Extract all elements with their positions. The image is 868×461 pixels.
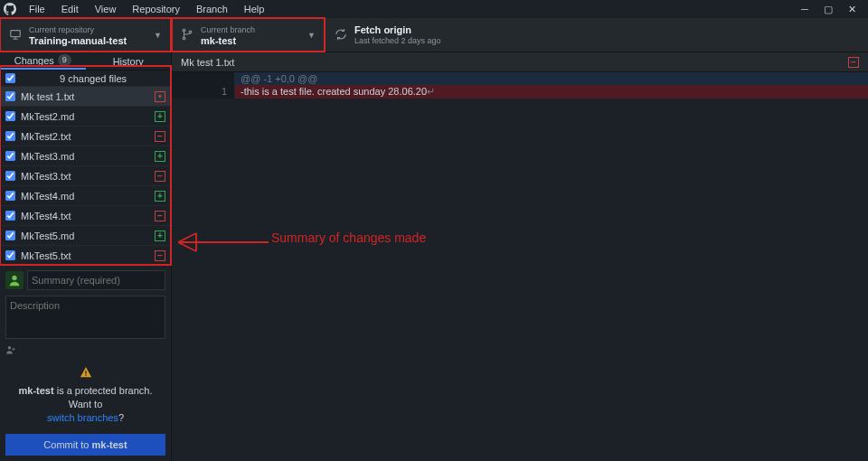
- file-name: MkTest2.md: [21, 111, 149, 122]
- close-icon[interactable]: ✕: [846, 4, 857, 14]
- svg-rect-6: [85, 371, 86, 374]
- file-name: MkTest3.md: [21, 151, 149, 162]
- protected-branch-warning: mk-test is a protected branch. Want to s…: [5, 362, 165, 428]
- select-all-checkbox[interactable]: [5, 73, 15, 83]
- file-status-icon: −: [848, 57, 859, 68]
- fetch-label: Fetch origin: [354, 24, 441, 35]
- file-status-icon: +: [155, 230, 165, 241]
- svg-rect-7: [85, 375, 86, 376]
- tab-history[interactable]: History: [86, 52, 172, 70]
- file-status-icon: +: [155, 191, 165, 202]
- changes-count-badge: 9: [58, 54, 71, 66]
- select-all-row[interactable]: 9 changed files: [0, 71, 171, 86]
- computer-icon: [9, 28, 22, 42]
- branch-icon: [181, 28, 193, 42]
- svg-point-1: [183, 29, 185, 32]
- svg-point-5: [8, 346, 11, 349]
- diff-panel: Mk test 1.txt − @@ -1 +0,0 @@ 1 -this is…: [172, 52, 868, 461]
- file-name: MkTest5.txt: [21, 250, 149, 261]
- chevron-down-icon: ▼: [289, 31, 316, 40]
- file-row[interactable]: MkTest2.txt−: [0, 126, 171, 146]
- branch-selector[interactable]: Current branch mk-test ▼: [172, 18, 326, 52]
- menu-repository[interactable]: Repository: [125, 2, 187, 16]
- file-checkbox[interactable]: [5, 191, 15, 201]
- commit-panel: mk-test is a protected branch. Want to s…: [0, 265, 171, 461]
- repo-selector-label: Current repository: [29, 24, 127, 35]
- description-input[interactable]: [5, 296, 165, 339]
- fetch-button[interactable]: Fetch origin Last fetched 2 days ago: [326, 18, 868, 52]
- file-row[interactable]: MkTest4.txt−: [0, 205, 171, 225]
- file-checkbox[interactable]: [5, 211, 15, 221]
- file-checkbox[interactable]: [5, 91, 15, 101]
- branch-selector-label: Current branch: [201, 24, 255, 35]
- branch-selector-value: mk-test: [201, 35, 255, 46]
- file-tab-label: Mk test 1.txt: [181, 57, 234, 68]
- file-row[interactable]: MkTest3.txt−: [0, 165, 171, 185]
- changed-files-label: 9 changed files: [21, 73, 165, 84]
- file-row[interactable]: MkTest5.txt−: [0, 245, 171, 265]
- file-status-icon: •: [155, 91, 165, 102]
- diff-hunk-header: @@ -1 +0,0 @@: [235, 72, 868, 85]
- repo-selector[interactable]: Current repository Training-manual-test …: [0, 18, 172, 52]
- file-status-icon: +: [155, 151, 165, 162]
- file-row[interactable]: MkTest4.md+: [0, 185, 171, 205]
- maximize-icon[interactable]: ▢: [823, 4, 834, 14]
- switch-branches-link[interactable]: switch branches: [47, 412, 118, 423]
- header: Current repository Training-manual-test …: [0, 18, 868, 52]
- file-status-icon: −: [155, 171, 165, 182]
- file-name: MkTest4.txt: [21, 211, 149, 221]
- file-checkbox[interactable]: [5, 171, 15, 181]
- avatar: [5, 271, 24, 289]
- file-checkbox[interactable]: [5, 111, 15, 121]
- sidebar: Changes 9 History 9 changed files Mk tes…: [0, 52, 172, 461]
- summary-input[interactable]: [27, 270, 165, 290]
- file-status-icon: −: [155, 250, 165, 261]
- file-row[interactable]: MkTest5.md+: [0, 225, 171, 245]
- coauthor-button[interactable]: [5, 344, 165, 357]
- file-status-icon: +: [155, 111, 165, 122]
- file-row[interactable]: MkTest2.md+: [0, 106, 171, 126]
- diff-line-number: 1: [172, 85, 235, 99]
- file-name: MkTest2.txt: [21, 131, 149, 142]
- menu-branch[interactable]: Branch: [189, 2, 235, 16]
- file-list: Mk test 1.txt•MkTest2.md+MkTest2.txt−MkT…: [0, 86, 171, 265]
- menubar: File Edit View Repository Branch Help ─ …: [0, 0, 868, 18]
- menu-view[interactable]: View: [88, 2, 124, 16]
- file-name: MkTest5.md: [21, 230, 149, 241]
- sync-icon: [335, 28, 347, 42]
- tab-changes[interactable]: Changes 9: [0, 52, 86, 70]
- file-checkbox[interactable]: [5, 151, 15, 161]
- diff-removed-line[interactable]: -this is a test file. created sunday 28.…: [235, 85, 868, 99]
- chevron-down-icon: ▼: [136, 31, 162, 40]
- file-checkbox[interactable]: [5, 131, 15, 141]
- menu-edit[interactable]: Edit: [54, 2, 86, 16]
- file-name: Mk test 1.txt: [21, 91, 149, 102]
- fetch-sub: Last fetched 2 days ago: [354, 35, 441, 46]
- minimize-icon[interactable]: ─: [799, 4, 810, 14]
- menu-file[interactable]: File: [22, 2, 52, 16]
- repo-selector-value: Training-manual-test: [29, 35, 127, 46]
- file-tab: Mk test 1.txt −: [172, 52, 868, 72]
- file-row[interactable]: MkTest3.md+: [0, 146, 171, 165]
- file-name: MkTest3.txt: [21, 171, 149, 182]
- github-logo-icon: [4, 3, 16, 15]
- file-row[interactable]: Mk test 1.txt•: [0, 86, 171, 106]
- menu-help[interactable]: Help: [237, 2, 272, 16]
- file-name: MkTest4.md: [21, 191, 149, 202]
- file-status-icon: −: [155, 131, 165, 142]
- svg-rect-0: [11, 30, 21, 36]
- file-checkbox[interactable]: [5, 250, 15, 260]
- svg-point-2: [183, 37, 185, 40]
- file-checkbox[interactable]: [5, 230, 15, 240]
- file-status-icon: −: [155, 211, 165, 221]
- commit-button[interactable]: Commit to mk-test: [5, 434, 165, 456]
- svg-point-4: [12, 276, 16, 280]
